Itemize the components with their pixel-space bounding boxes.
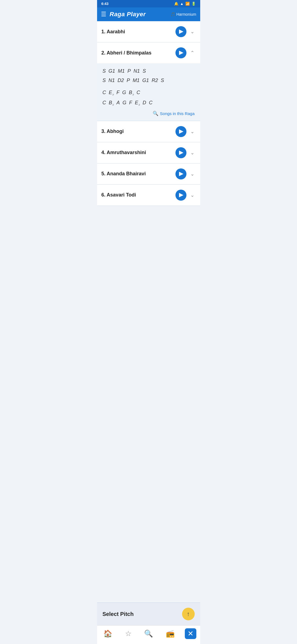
swara-n1: N1 [134,67,140,75]
scroll-top-button[interactable]: ↑ [182,608,195,620]
swara-n1b: N1 [109,76,115,85]
raga-item-asavaritodi: 6. Asavari Todi ⌄ [97,185,200,206]
raga-item-aarabhi: 1. Aarabhi ⌄ [97,21,200,42]
collapse-button-abheri[interactable]: ⌃ [189,50,196,56]
raga-expanded-abheri: S G1 M1 P N1 S S N1 D2 P M1 G1 R2 S [97,63,200,121]
note-bb1: B♭ [129,88,134,97]
raga-item-anandabhairavi: 5. Ananda Bhairavi ⌄ [97,163,200,185]
swara-d2: D2 [118,76,124,85]
expand-button-abhogi[interactable]: ⌄ [189,128,196,135]
note-c4: C [149,98,153,108]
note-d1: D [143,98,146,108]
swara-s2: S [143,67,146,75]
note-f2: F [129,98,132,108]
raga-header-anandabhairavi[interactable]: 5. Ananda Bhairavi ⌄ [97,163,200,184]
play-button-abhogi[interactable] [175,126,186,137]
raga-item-abheri: 2. Abheri / Bhimpalas ⌃ S G1 M1 P N1 S S… [97,42,200,121]
status-icons: 🔔 ▲ 📶 🔋 [174,2,196,6]
raga-header-abhogi[interactable]: 3. Abhogi ⌄ [97,121,200,142]
raga-name-asavaritodi: 6. Asavari Todi [101,192,175,198]
raga-header-abheri[interactable]: 2. Abheri / Bhimpalas ⌃ [97,42,200,63]
expand-button-anandabhairavi[interactable]: ⌄ [189,171,196,177]
home-icon: 🏠 [103,629,112,638]
note-eb2: E♭ [135,98,140,108]
nav-close-button[interactable]: ✕ [185,628,196,639]
play-button-anandabhairavi[interactable] [175,168,186,179]
play-button-amruthavarshini[interactable] [175,147,186,158]
raga-name-amruthavarshini: 4. Amruthavarshini [101,150,175,155]
wifi-icon: ▲ [180,2,184,6]
swara-g1b: G1 [142,76,149,85]
raga-header-aarabhi[interactable]: 1. Aarabhi ⌄ [97,21,200,42]
note-c3: C [103,98,106,108]
note-g2: G [123,98,127,108]
note-c2: C [137,88,140,97]
notification-icon: 🔔 [174,2,178,6]
nav-favorites-button[interactable]: ☆ [122,628,134,639]
swara-p1: P [128,67,131,75]
star-icon: ☆ [125,629,131,638]
raga-name-abhogi: 3. Abhogi [101,129,175,134]
nav-bar: 🏠 ☆ 🔍 📻 ✕ [97,625,200,644]
raga-name-anandabhairavi: 5. Ananda Bhairavi [101,171,175,177]
raga-name-aarabhi: 1. Aarabhi [101,29,175,35]
note-rows: C E♭ F G B♭ C C B♭ A G F E♭ D C [103,88,195,108]
raga-name-abheri: 2. Abheri / Bhimpalas [101,50,175,56]
instrument-label: Harmonium [176,12,196,17]
nav-radio-button[interactable]: 📻 [163,628,177,639]
songs-in-raga-label: Songs in this Raga [160,111,195,116]
raga-item-amruthavarshini: 4. Amruthavarshini ⌄ [97,142,200,163]
signal-icon: 📶 [185,2,190,6]
swara-r2: R2 [152,76,158,85]
search-icon: 🔍 [144,629,153,638]
expand-button-aarabhi[interactable]: ⌄ [189,28,196,35]
play-button-aarabhi[interactable] [175,26,186,37]
expand-button-asavaritodi[interactable]: ⌄ [189,192,196,198]
nav-search-button[interactable]: 🔍 [141,628,156,639]
play-button-abheri[interactable] [175,47,186,58]
songs-in-raga-link[interactable]: 🔍 Songs in this Raga [103,108,195,117]
swara-s4: S [161,76,164,85]
close-icon: ✕ [188,629,194,638]
instrument-icon: 🎵 [170,12,175,17]
aroha-swaras: S G1 M1 P N1 S S N1 D2 P M1 G1 R2 S [103,67,195,85]
swara-s1: S [103,67,106,75]
raga-list: 1. Aarabhi ⌄ 2. Abheri / Bhimpalas ⌃ S G… [97,21,200,602]
note-c1: C [103,88,106,97]
songs-search-icon: 🔍 [153,111,158,116]
note-bb2: B♭ [109,98,114,108]
swara-m1: M1 [118,67,125,75]
app-title: Raga Player [110,11,167,18]
raga-item-abhogi: 3. Abhogi ⌄ [97,121,200,142]
raga-header-asavaritodi[interactable]: 6. Asavari Todi ⌄ [97,185,200,206]
swara-g1: G1 [109,67,115,75]
note-eb1: E♭ [109,88,114,97]
status-bar: 6:43 🔔 ▲ 📶 🔋 [97,0,200,7]
battery-icon: 🔋 [191,2,196,6]
note-a1: A [117,98,120,108]
play-button-asavaritodi[interactable] [175,190,186,201]
raga-header-amruthavarshini[interactable]: 4. Amruthavarshini ⌄ [97,142,200,163]
swara-p2: P [127,76,130,85]
app-header: ☰ Raga Player 🎵 Harmonium [97,7,200,21]
instrument-selector[interactable]: 🎵 Harmonium [170,12,196,17]
select-pitch-label: Select Pitch [103,611,134,617]
status-time: 6:43 [101,2,109,6]
expand-button-amruthavarshini[interactable]: ⌄ [189,149,196,156]
radio-icon: 📻 [166,629,175,638]
select-pitch-bar: Select Pitch ↑ [97,602,200,625]
hamburger-menu-icon[interactable]: ☰ [101,11,106,18]
swara-s3: S [103,76,106,85]
note-g1: G [122,88,126,97]
swara-m1b: M1 [133,76,140,85]
nav-home-button[interactable]: 🏠 [101,628,115,639]
note-f1: F [117,88,120,97]
